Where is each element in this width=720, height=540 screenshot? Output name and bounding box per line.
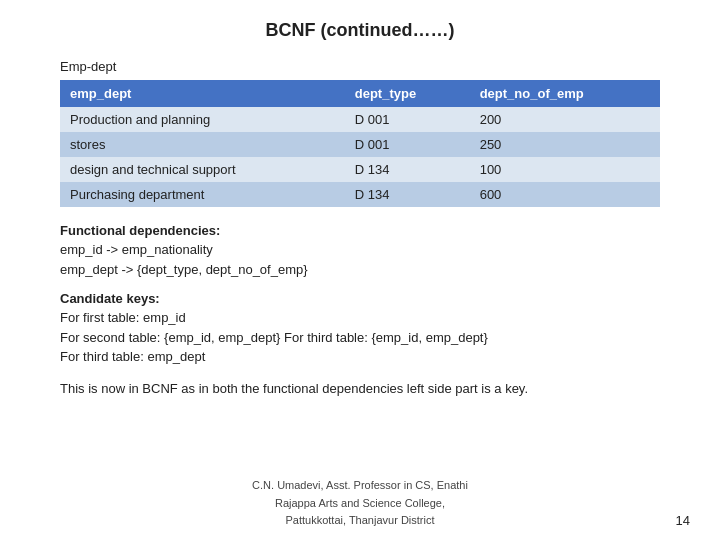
fd-line-2: emp_dept -> {dept_type, dept_no_of_emp} [60,260,660,280]
table-row: Production and planningD 001200 [60,107,660,132]
table-cell: stores [60,132,345,157]
footer-line3: Pattukkottai, Thanjavur District [0,512,720,530]
page-container: BCNF (continued……) Emp-dept emp_dept dep… [0,0,720,428]
footer-line1: C.N. Umadevi, Asst. Professor in CS, Ena… [0,477,720,495]
table-cell: 200 [470,107,660,132]
col-header-emp-dept: emp_dept [60,80,345,107]
table-row: storesD 001250 [60,132,660,157]
table-label: Emp-dept [60,59,660,74]
keys-line-1: For first table: emp_id [60,308,660,328]
page-number: 14 [676,513,690,528]
table-cell: D 134 [345,157,470,182]
fd-title: Functional dependencies: [60,223,660,238]
fd-line-1: emp_id -> emp_nationality [60,240,660,260]
col-header-dept-no: dept_no_of_emp [470,80,660,107]
table-cell: D 001 [345,132,470,157]
table-cell: design and technical support [60,157,345,182]
table-row: Purchasing departmentD 134600 [60,182,660,207]
emp-dept-table: emp_dept dept_type dept_no_of_emp Produc… [60,80,660,207]
footer: C.N. Umadevi, Asst. Professor in CS, Ena… [0,477,720,530]
footer-line2: Rajappa Arts and Science College, [0,495,720,513]
table-cell: Purchasing department [60,182,345,207]
table-row: design and technical supportD 134100 [60,157,660,182]
keys-title: Candidate keys: [60,291,660,306]
bcnf-note: This is now in BCNF as in both the funct… [60,379,660,399]
table-cell: Production and planning [60,107,345,132]
table-cell: 250 [470,132,660,157]
keys-line-3: For third table: emp_dept [60,347,660,367]
col-header-dept-type: dept_type [345,80,470,107]
table-cell: 100 [470,157,660,182]
table-cell: 600 [470,182,660,207]
page-title: BCNF (continued……) [60,20,660,41]
table-cell: D 134 [345,182,470,207]
keys-line-2: For second table: {emp_id, emp_dept} For… [60,328,660,348]
table-cell: D 001 [345,107,470,132]
keys-section: Candidate keys: For first table: emp_id … [60,291,660,367]
fd-section: Functional dependencies: emp_id -> emp_n… [60,223,660,279]
